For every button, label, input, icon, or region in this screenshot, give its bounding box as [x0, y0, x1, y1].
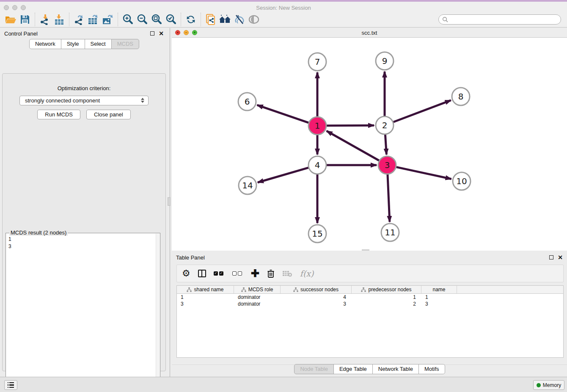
node-label-1: 1 [315, 121, 320, 131]
edge-3-11[interactable] [388, 174, 390, 222]
window-title: Session: New Session [0, 5, 567, 11]
close-panel-button[interactable]: Close panel [86, 110, 131, 119]
zoom-selected-button[interactable] [164, 13, 178, 26]
cell-shared-name[interactable]: 1 [177, 294, 234, 301]
column-header-name[interactable]: name [421, 286, 457, 293]
network-close-button[interactable]: × [175, 30, 180, 35]
deselect-all-button[interactable] [232, 268, 243, 279]
memory-button[interactable]: Memory [533, 380, 564, 390]
edge-2-8[interactable] [394, 100, 451, 122]
node-label-9: 9 [382, 56, 388, 66]
column-header-MCDS-role[interactable]: MCDS role [234, 286, 281, 293]
select-all-button[interactable]: ✓✓ [214, 268, 225, 279]
result-scrollbar[interactable] [156, 234, 160, 392]
delete-table-button[interactable] [282, 268, 292, 279]
cell-MCDS-role[interactable]: dominator [234, 301, 281, 307]
edge-2-3[interactable] [385, 135, 386, 155]
add-column-button[interactable]: ✚ [251, 268, 259, 279]
column-header-successor-nodes[interactable]: successor nodes [281, 286, 352, 293]
table-tab-node-table[interactable]: Node Table [294, 364, 334, 374]
open-session-button[interactable] [3, 13, 18, 26]
function-builder-button[interactable]: f(x) [300, 268, 314, 279]
search-input[interactable] [449, 17, 554, 22]
edge-3-10[interactable] [396, 167, 451, 179]
table-panel: Table Panel ✕ ⚙ ✓✓ ✚ [172, 252, 567, 377]
tab-mcds[interactable]: MCDS [111, 39, 139, 49]
cell-name[interactable]: 3 [421, 301, 457, 307]
import-network-button[interactable] [38, 13, 52, 26]
show-all-button[interactable] [247, 13, 261, 26]
tab-network[interactable]: Network [29, 39, 61, 49]
edge-1-6[interactable] [257, 105, 309, 123]
zoom-out-button[interactable] [135, 13, 149, 26]
cell-MCDS-role[interactable]: dominator [234, 294, 281, 301]
refresh-layout-button[interactable] [184, 13, 198, 26]
export-network-icon [74, 14, 85, 25]
table-rows: 1dominator4113dominator323 [177, 294, 563, 307]
zoom-fit-icon [151, 14, 162, 25]
panel-splitter[interactable] [170, 28, 170, 392]
table-tabs: Node TableEdge TableNetwork TableMotifs [172, 364, 567, 374]
cell-name[interactable]: 1 [421, 294, 457, 301]
cell-predecessor-nodes[interactable]: 1 [352, 294, 421, 301]
zoom-in-button[interactable] [121, 13, 135, 26]
hide-eye-icon [234, 14, 245, 25]
table-tab-network-table[interactable]: Network Table [372, 364, 419, 374]
save-session-button[interactable] [18, 13, 32, 26]
zoom-fit-button[interactable] [149, 13, 164, 26]
export-network-button[interactable] [72, 13, 86, 26]
cell-predecessor-nodes[interactable]: 2 [352, 301, 421, 307]
export-table-button[interactable] [86, 13, 101, 26]
tab-select[interactable]: Select [85, 39, 112, 49]
delete-column-button[interactable] [267, 268, 275, 279]
mcds-result-text[interactable]: 1 3 [6, 234, 156, 392]
table-tab-edge-table[interactable]: Edge Table [333, 364, 373, 374]
node-table: shared nameMCDS rolesuccessor nodesprede… [176, 285, 564, 358]
titlebar: Session: New Session [0, 2, 567, 12]
show-columns-button[interactable] [198, 268, 206, 279]
table-row[interactable]: 3dominator323 [177, 301, 563, 307]
checked-box-icon: ✓ [219, 271, 223, 276]
table-settings-button[interactable]: ⚙ [182, 268, 190, 279]
network-canvas[interactable]: 7968124314101511 [172, 38, 567, 251]
edge-3-1[interactable] [327, 131, 379, 160]
criterion-dropdown[interactable]: strongly connected component [19, 96, 149, 105]
panel-splitter-handle[interactable] [168, 197, 171, 206]
hide-selected-button[interactable] [232, 13, 247, 26]
search-field[interactable] [438, 14, 561, 25]
network-window-titlebar[interactable]: × − + scc.txt [172, 28, 567, 38]
export-image-button[interactable] [101, 13, 115, 26]
cell-successor-nodes[interactable]: 4 [281, 294, 352, 301]
run-mcds-button[interactable]: Run MCDS [37, 110, 80, 119]
first-neighbors-icon [218, 14, 232, 25]
tab-style[interactable]: Style [61, 39, 85, 49]
network-minimize-button[interactable]: − [184, 30, 189, 35]
float-table-panel-icon[interactable] [549, 255, 553, 259]
list-icon [8, 382, 14, 388]
node-label-15: 15 [312, 229, 322, 239]
edge-1-2[interactable] [327, 125, 374, 126]
table-row[interactable]: 1dominator411 [177, 294, 563, 301]
table-tab-motifs[interactable]: Motifs [418, 364, 445, 374]
table-header-row: shared nameMCDS rolesuccessor nodesprede… [177, 286, 563, 294]
node-label-7: 7 [315, 57, 320, 67]
network-zoom-button[interactable]: + [192, 30, 197, 35]
cell-successor-nodes[interactable]: 3 [281, 301, 352, 307]
edge-4-14[interactable] [258, 168, 308, 182]
import-table-button[interactable] [52, 13, 66, 26]
gear-icon: ⚙ [182, 269, 190, 278]
close-panel-icon[interactable]: ✕ [159, 31, 164, 36]
cell-shared-name[interactable]: 3 [177, 301, 234, 307]
close-table-panel-icon[interactable]: ✕ [558, 255, 563, 259]
column-header-predecessor-nodes[interactable]: predecessor nodes [352, 286, 421, 293]
task-history-button[interactable] [4, 380, 17, 390]
zoom-out-icon [136, 14, 148, 25]
float-panel-icon[interactable] [150, 31, 154, 36]
first-neighbors-button[interactable] [218, 13, 232, 26]
unchecked-box-icon [232, 271, 237, 276]
column-header-shared-name[interactable]: shared name [177, 286, 234, 293]
fx-icon: f(x) [300, 269, 314, 278]
network-view-window: × − + scc.txt 7968124314101511 [172, 28, 567, 251]
network-resize-grip[interactable] [362, 249, 369, 251]
clone-network-button[interactable] [204, 13, 218, 26]
